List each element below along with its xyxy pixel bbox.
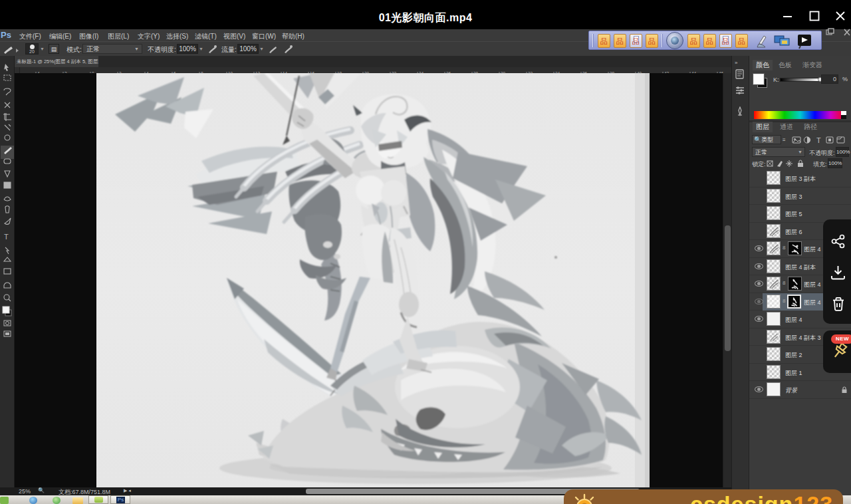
svg-text:T: T xyxy=(816,136,821,144)
svg-text:T: T xyxy=(4,233,9,241)
